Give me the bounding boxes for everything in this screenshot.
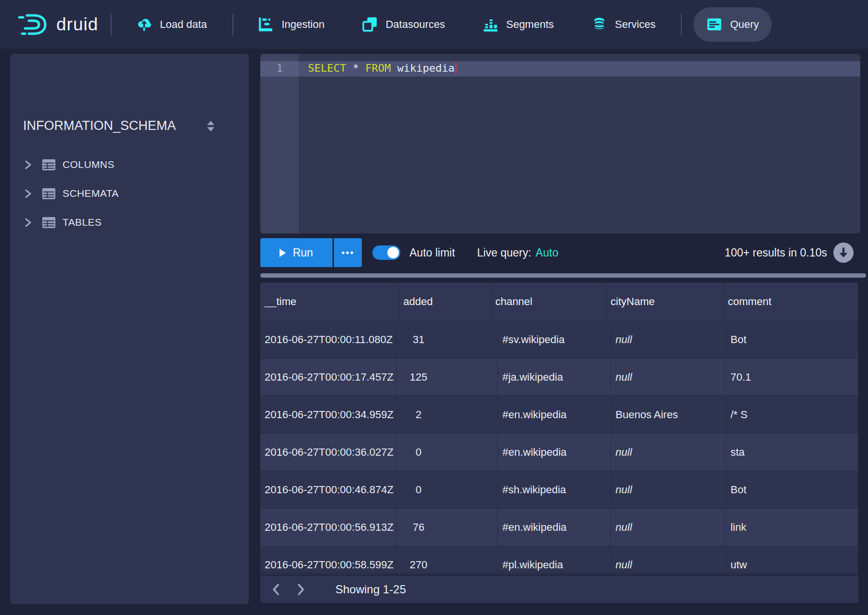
- sidebar-item-label: SCHEMATA: [63, 188, 119, 199]
- table-icon: [42, 188, 55, 199]
- sql-keyword: FROM: [365, 62, 391, 74]
- cell-added: 0: [396, 434, 498, 471]
- table-row[interactable]: 2016-06-27T00:00:36.027Z 0 #en.wikipedia…: [260, 434, 858, 471]
- query-toolbar: Run ••• Auto limit Live query: Auto 100+…: [260, 238, 860, 267]
- nav-item-label: Query: [730, 18, 759, 31]
- previous-page-button[interactable]: [266, 580, 285, 599]
- column-header-time[interactable]: __time: [260, 282, 399, 320]
- line-number: 1: [260, 62, 299, 74]
- table-row[interactable]: 2016-06-27T00:00:56.913Z 76 #en.wikipedi…: [260, 509, 858, 546]
- brand-name: druid: [56, 14, 98, 35]
- segments-icon: [483, 16, 498, 32]
- sql-identifier: wikipedia: [391, 62, 454, 74]
- nav-divider: [111, 13, 112, 36]
- druid-logo-icon: [17, 11, 48, 38]
- cell-comment: Bot: [726, 321, 858, 358]
- druid-logo[interactable]: druid: [17, 11, 98, 38]
- nav-item-load-data[interactable]: Load data: [123, 7, 220, 42]
- cell-comment: /* S: [726, 396, 858, 433]
- cell-comment: sta: [726, 434, 858, 471]
- cell-added: 31: [396, 321, 498, 358]
- cell-city: null: [611, 471, 726, 508]
- sidebar-item-label: COLUMNS: [63, 159, 115, 170]
- sidebar-item-tables[interactable]: TABLES: [10, 208, 249, 237]
- table-row[interactable]: 2016-06-27T00:00:11.080Z 31 #sv.wikipedi…: [260, 321, 858, 359]
- cell-channel: #sh.wikipedia: [498, 471, 611, 508]
- run-button[interactable]: Run: [260, 238, 332, 267]
- chevron-left-icon: [272, 584, 280, 595]
- sql-query-text[interactable]: SELECT * FROM wikipedia: [308, 62, 457, 74]
- download-icon[interactable]: [833, 243, 854, 263]
- cell-city: null: [611, 321, 726, 358]
- run-more-button[interactable]: •••: [334, 238, 362, 267]
- more-icon: •••: [341, 247, 354, 258]
- cell-city: null: [611, 509, 726, 546]
- cell-city: null: [611, 434, 726, 471]
- nav-item-label: Datasources: [385, 18, 445, 31]
- cell-comment: Bot: [726, 471, 858, 508]
- sidebar-item-columns[interactable]: COLUMNS: [10, 150, 249, 179]
- nav-divider: [232, 13, 233, 36]
- run-button-label: Run: [293, 246, 313, 259]
- cell-time: 2016-06-27T00:00:17.457Z: [260, 359, 396, 396]
- pagination-label: Showing 1-25: [335, 583, 406, 596]
- cell-time: 2016-06-27T00:00:36.027Z: [260, 434, 396, 471]
- sidebar-item-label: TABLES: [63, 217, 102, 228]
- sql-keyword: SELECT: [308, 62, 346, 74]
- services-icon: [591, 16, 607, 32]
- nav-item-query[interactable]: Query: [693, 7, 772, 42]
- auto-limit-label: Auto limit: [409, 246, 455, 259]
- column-header-channel[interactable]: channel: [491, 282, 606, 320]
- chevron-right-icon: [25, 189, 32, 198]
- query-icon: [706, 16, 722, 32]
- horizontal-scrollbar[interactable]: [260, 273, 866, 278]
- chevron-right-icon: [297, 584, 305, 595]
- double-caret-vertical-icon[interactable]: [206, 120, 215, 132]
- cell-comment: 70.1: [726, 359, 858, 396]
- table-row[interactable]: 2016-06-27T00:00:34.959Z 2 #en.wikipedia…: [260, 396, 858, 434]
- cell-added: 2: [396, 396, 498, 433]
- chevron-right-icon: [25, 218, 32, 227]
- next-page-button[interactable]: [291, 580, 310, 599]
- cell-channel: #en.wikipedia: [498, 396, 611, 433]
- results-table: __time added channel cityName comment 20…: [260, 282, 858, 603]
- top-nav-bar: druid Load data: [0, 0, 868, 49]
- cell-time: 2016-06-27T00:00:34.959Z: [260, 396, 396, 433]
- cell-channel: #en.wikipedia: [498, 434, 611, 471]
- cell-time: 2016-06-27T00:00:11.080Z: [260, 321, 396, 358]
- nav-item-label: Load data: [160, 18, 207, 31]
- nav-item-label: Segments: [506, 18, 554, 31]
- pagination-bar: Showing 1-25: [260, 576, 858, 603]
- cell-channel: #en.wikipedia: [498, 509, 611, 546]
- nav-item-ingestion[interactable]: Ingestion: [245, 7, 337, 42]
- table-row[interactable]: 2016-06-27T00:00:17.457Z 125 #ja.wikiped…: [260, 359, 858, 396]
- cell-time: 2016-06-27T00:00:56.913Z: [260, 509, 396, 546]
- nav-item-datasources[interactable]: Datasources: [349, 7, 458, 42]
- table-icon: [42, 217, 55, 228]
- live-query-value[interactable]: Auto: [536, 246, 558, 259]
- schema-sidebar: INFORMATION_SCHEMA COLUMNS: [10, 54, 249, 604]
- editor-gutter: [260, 54, 299, 233]
- nav-item-services[interactable]: Services: [578, 7, 668, 42]
- cell-added: 125: [396, 359, 498, 396]
- column-header-comment[interactable]: comment: [724, 282, 858, 320]
- nav-item-segments[interactable]: Segments: [470, 7, 567, 42]
- cloud-upload-icon: [136, 16, 152, 32]
- nav-item-label: Ingestion: [281, 18, 324, 31]
- table-row[interactable]: 2016-06-27T00:00:46.874Z 0 #sh.wikipedia…: [260, 471, 858, 509]
- column-header-added[interactable]: added: [399, 282, 491, 320]
- table-icon: [42, 159, 55, 170]
- results-summary: 100+ results in 0.10s: [725, 246, 827, 259]
- sidebar-item-schemata[interactable]: SCHEMATA: [10, 179, 249, 208]
- column-header-cityname[interactable]: cityName: [606, 282, 724, 320]
- cell-added: 0: [396, 471, 498, 508]
- ingestion-icon: [258, 16, 274, 32]
- druid-console: druid Load data: [0, 0, 868, 615]
- cell-channel: #ja.wikipedia: [498, 359, 611, 396]
- live-query-label: Live query:: [477, 246, 532, 259]
- results-header-row: __time added channel cityName comment: [260, 282, 858, 321]
- nav-divider: [681, 13, 682, 36]
- text-cursor: [455, 62, 457, 74]
- sql-editor[interactable]: 1 SELECT * FROM wikipedia: [260, 54, 860, 233]
- auto-limit-toggle[interactable]: [372, 245, 400, 260]
